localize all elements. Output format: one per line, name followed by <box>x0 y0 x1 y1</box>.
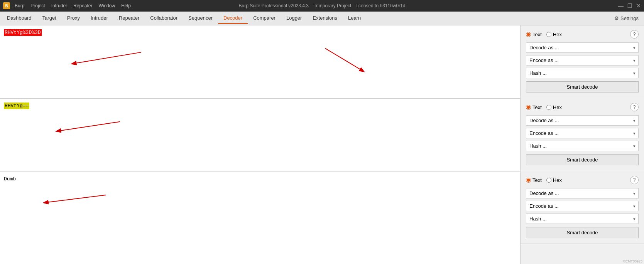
hex-radio-1-label[interactable]: Hex <box>546 32 562 37</box>
tab-collaborator[interactable]: Collaborator <box>145 13 183 24</box>
hash-dropdown-3[interactable]: Hash ... <box>526 214 639 224</box>
menu-intruder[interactable]: Intruder <box>51 3 67 8</box>
tab-intruder[interactable]: Intruder <box>85 13 113 24</box>
hex-radio-3[interactable] <box>546 178 551 183</box>
help-button-2[interactable]: ? <box>630 103 639 111</box>
radio-group-2: Text Hex ? <box>526 103 639 111</box>
control-group-1: Text Hex ? Decode as ... Encode as ... <box>521 25 644 98</box>
text-radio-2-text: Text <box>532 104 542 110</box>
tab-target[interactable]: Target <box>37 13 62 24</box>
maximize-btn[interactable]: ❐ <box>627 3 632 9</box>
decode-dropdown-1[interactable]: Decode as ... <box>526 42 639 53</box>
settings-button[interactable]: ⚙ Settings <box>610 14 642 23</box>
text-radio-1[interactable] <box>526 32 531 37</box>
hex-radio-3-text: Hex <box>553 177 562 183</box>
panel-2-text[interactable]: RHVtYg== <box>4 103 29 109</box>
settings-gear-icon: ⚙ <box>614 15 619 21</box>
encode-dropdown-3[interactable]: Encode as ... <box>526 201 639 211</box>
decoder-panels: RHVtYg%3D%3D <box>0 25 521 264</box>
menu-repeater[interactable]: Repeater <box>73 3 92 8</box>
panel-1-text[interactable]: RHVtYg%3D%3D <box>4 29 42 36</box>
burp-logo: B <box>3 2 10 9</box>
hex-radio-2[interactable] <box>546 105 551 110</box>
watermark: ©EMT00923 <box>623 259 642 263</box>
nav-bar: Dashboard Target Proxy Intruder Repeater… <box>0 12 644 25</box>
hash-dropdown-1-wrapper: Hash ... <box>526 68 639 78</box>
encode-dropdown-1-wrapper: Encode as ... <box>526 55 639 66</box>
title-bar-menu: Burp Project Intruder Repeater Window He… <box>15 3 131 8</box>
decoder-panel-2: RHVtYg== <box>0 99 520 172</box>
decoder-panel-3: Dumb <box>0 172 520 247</box>
hash-dropdown-3-wrapper: Hash ... <box>526 214 639 224</box>
panel-2-content: RHVtYg== <box>0 99 520 160</box>
decode-dropdown-2[interactable]: Decode as ... <box>526 115 639 126</box>
smart-decode-btn-1[interactable]: Smart decode <box>526 81 639 92</box>
close-btn[interactable]: ✕ <box>636 3 641 9</box>
tab-learn[interactable]: Learn <box>343 13 366 24</box>
menu-project[interactable]: Project <box>30 3 45 8</box>
control-group-2: Text Hex ? Decode as ... Encode as ... <box>521 98 644 171</box>
decode-dropdown-1-wrapper: Decode as ... <box>526 42 639 53</box>
tab-dashboard[interactable]: Dashboard <box>2 13 37 24</box>
tab-logger[interactable]: Logger <box>281 13 307 24</box>
text-radio-1-text: Text <box>532 32 542 37</box>
hex-radio-3-label[interactable]: Hex <box>546 177 562 183</box>
main-content: RHVtYg%3D%3D <box>0 25 644 264</box>
tab-repeater[interactable]: Repeater <box>113 13 145 24</box>
tab-extensions[interactable]: Extensions <box>307 13 343 24</box>
help-button-3[interactable]: ? <box>630 176 639 184</box>
minimize-btn[interactable]: — <box>618 3 624 9</box>
controls-panel: Text Hex ? Decode as ... Encode as ... <box>521 25 644 264</box>
settings-label: Settings <box>620 15 639 21</box>
help-button-1[interactable]: ? <box>630 30 639 39</box>
title-bar: B Burp Project Intruder Repeater Window … <box>0 0 644 12</box>
encode-dropdown-3-wrapper: Encode as ... <box>526 201 639 211</box>
panel-3-text[interactable]: Dumb <box>4 176 16 182</box>
decode-dropdown-2-wrapper: Decode as ... <box>526 115 639 126</box>
text-radio-2-label[interactable]: Text <box>526 104 542 110</box>
hex-radio-2-label[interactable]: Hex <box>546 104 562 110</box>
window-controls[interactable]: — ❐ ✕ <box>618 3 641 9</box>
encode-dropdown-1[interactable]: Encode as ... <box>526 55 639 66</box>
text-radio-2[interactable] <box>526 105 531 110</box>
decoder-panel-1: RHVtYg%3D%3D <box>0 25 520 99</box>
text-radio-3[interactable] <box>526 178 531 183</box>
tab-comparer[interactable]: Comparer <box>248 13 281 24</box>
smart-decode-btn-2[interactable]: Smart decode <box>526 154 639 165</box>
hash-dropdown-2[interactable]: Hash ... <box>526 141 639 151</box>
hex-radio-2-text: Hex <box>553 104 562 110</box>
encode-dropdown-2-wrapper: Encode as ... <box>526 128 639 138</box>
hash-dropdown-2-wrapper: Hash ... <box>526 141 639 151</box>
smart-decode-btn-3[interactable]: Smart decode <box>526 227 639 238</box>
radio-group-1: Text Hex ? <box>526 30 639 39</box>
panel-1-content: RHVtYg%3D%3D <box>0 25 520 87</box>
tab-proxy[interactable]: Proxy <box>62 13 85 24</box>
title-bar-left: B Burp Project Intruder Repeater Window … <box>3 2 131 9</box>
window-title: Burp Suite Professional v2023.4.3 – Temp… <box>238 3 405 8</box>
text-radio-3-text: Text <box>532 177 542 183</box>
menu-burp[interactable]: Burp <box>15 3 24 8</box>
control-group-3: Text Hex ? Decode as ... Encode as ... <box>521 171 644 244</box>
menu-window[interactable]: Window <box>98 3 115 8</box>
decode-dropdown-3[interactable]: Decode as ... <box>526 188 639 198</box>
hex-radio-1-text: Hex <box>553 32 562 37</box>
encode-dropdown-2[interactable]: Encode as ... <box>526 128 639 138</box>
panel-3-content: Dumb <box>0 172 520 234</box>
menu-help[interactable]: Help <box>121 3 131 8</box>
tab-sequencer[interactable]: Sequencer <box>183 13 218 24</box>
text-radio-1-label[interactable]: Text <box>526 32 542 37</box>
hex-radio-1[interactable] <box>546 32 551 37</box>
radio-group-3: Text Hex ? <box>526 176 639 184</box>
tab-decoder[interactable]: Decoder <box>218 13 248 24</box>
decode-dropdown-3-wrapper: Decode as ... <box>526 188 639 198</box>
hash-dropdown-1[interactable]: Hash ... <box>526 68 639 78</box>
text-radio-3-label[interactable]: Text <box>526 177 542 183</box>
